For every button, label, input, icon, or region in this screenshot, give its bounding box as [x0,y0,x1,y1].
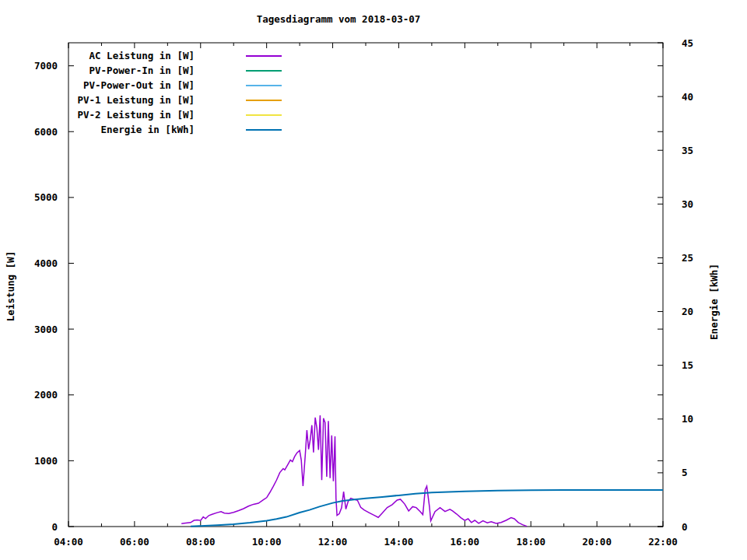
tick-label: 1000 [34,455,58,467]
tick-label: 30 [682,198,693,210]
tick-label: 0 [682,521,688,533]
tick-label: 0 [51,521,58,533]
y2-axis-ticks [658,43,663,527]
tick-label: 35 [682,145,693,156]
tick-label: 25 [682,252,693,264]
x-axis-tick-labels: 04:0006:0008:0010:0012:0014:0016:0018:00… [54,536,678,548]
chart-window: Tagesdiagramm vom 2018-03-07 AC Leistung… [0,0,747,560]
y2-axis-tick-labels: 051015202530354045 [682,37,693,533]
tick-label: 12:00 [318,536,348,548]
tick-label: 5000 [34,191,58,203]
x-axis-ticks [68,43,663,527]
plot-area: 04:0006:0008:0010:0012:0014:0016:0018:00… [0,0,747,560]
tick-label: 08:00 [186,536,216,548]
tick-label: 20 [682,306,693,317]
y-axis-ticks [68,66,663,527]
tick-label: 2000 [34,389,58,401]
tick-label: 14:00 [384,536,414,548]
tick-label: 22:00 [648,536,678,548]
tick-label: 18:00 [516,536,545,548]
y-axis-label: Leistung [W] [5,201,17,372]
y2-axis-label: Energie [kWh] [708,216,721,387]
series-line-0 [181,415,527,527]
tick-label: 4000 [34,257,58,269]
tick-label: 6000 [34,126,58,138]
tick-label: 45 [682,37,693,49]
tick-label: 5 [682,467,688,478]
tick-label: 3000 [34,324,58,335]
tick-label: 16:00 [451,536,480,548]
plot-border [68,43,663,527]
tick-label: 10 [682,413,693,425]
tick-label: 20:00 [582,536,612,548]
tick-label: 10:00 [252,536,282,548]
y-axis-tick-labels: 01000200030004000500060007000 [34,60,58,532]
tick-label: 06:00 [120,536,149,548]
tick-label: 04:00 [54,536,83,548]
series-line-5 [191,490,663,527]
tick-label: 40 [682,91,693,103]
tick-label: 15 [682,359,693,371]
tick-label: 7000 [34,60,58,72]
